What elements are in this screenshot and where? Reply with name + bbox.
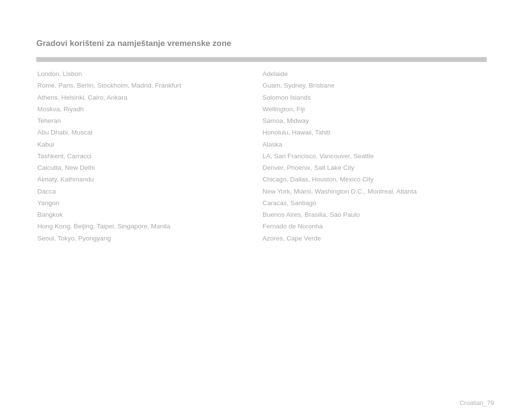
left-column-item: Calcutta, New Delhi xyxy=(36,163,262,173)
left-column-item: Athens, Helsinki, Cairo, Ankara xyxy=(36,92,262,103)
right-column-item: Alaska xyxy=(262,139,487,150)
right-column-item: Adelaide xyxy=(262,69,487,79)
page-container: Gradovi korišteni za namještanje vremens… xyxy=(0,0,523,263)
left-column: London, LisbonRome, Paris, Berlin, Stock… xyxy=(36,69,262,244)
right-column: AdelaideGuam, Sydney, BrisbaneSolomon Is… xyxy=(262,69,487,244)
right-column-item: Samoa, Midway xyxy=(262,116,487,126)
left-column-item: Hong Kong, Beijing, Taipei, Singapore, M… xyxy=(36,221,262,232)
right-column-item: LA, San Francisco, Vancouver, Seattle xyxy=(262,151,487,162)
page-title: Gradovi korišteni za namještanje vremens… xyxy=(36,39,487,48)
right-column-item: Chicago, Dallas, Houston, Mexico City xyxy=(262,174,487,185)
right-column-item: Caracas, Santiago xyxy=(262,198,487,209)
left-column-item: Rome, Paris, Berlin, Stockholm, Madrid, … xyxy=(36,80,262,91)
columns-container: London, LisbonRome, Paris, Berlin, Stock… xyxy=(36,69,487,244)
left-column-item: Bangkok xyxy=(36,210,262,220)
left-column-item: London, Lisbon xyxy=(36,69,262,79)
left-column-item: Tashkent, Carracci xyxy=(36,151,262,162)
left-column-item: Kabul xyxy=(36,139,262,150)
right-column-item: Honolulu, Hawaii, Tahiti xyxy=(262,127,487,138)
right-column-item: Solomon Islands xyxy=(262,92,487,103)
right-column-item: New York, Miami, Washington D.C., Montre… xyxy=(262,186,487,197)
right-column-item: Buenos Aires, Brasilia, Sao Paulo xyxy=(262,210,487,220)
left-column-item: Abu Dhabi, Muscat xyxy=(36,127,262,138)
right-column-item: Guam, Sydney, Brisbane xyxy=(262,80,487,91)
right-column-item: Fernado de Noronha xyxy=(262,221,487,232)
left-column-item: Almaty, Kathmandu xyxy=(36,174,262,185)
left-column-item: Moskva, Riyadh xyxy=(36,104,262,115)
left-column-item: Dacca xyxy=(36,186,262,197)
right-column-item: Wellington, Fiji xyxy=(262,104,487,115)
left-column-item: Seoul, Tokyo, Pyongyang xyxy=(36,233,262,244)
left-column-item: Teheran xyxy=(36,116,262,126)
divider-bar xyxy=(36,57,487,62)
left-column-item: Yangon xyxy=(36,198,262,209)
page-footer: Croatian_79 xyxy=(460,399,494,406)
right-column-item: Azores, Cape Verde xyxy=(262,233,487,244)
right-column-item: Denver, Phoenix, Salt Lake City xyxy=(262,163,487,173)
